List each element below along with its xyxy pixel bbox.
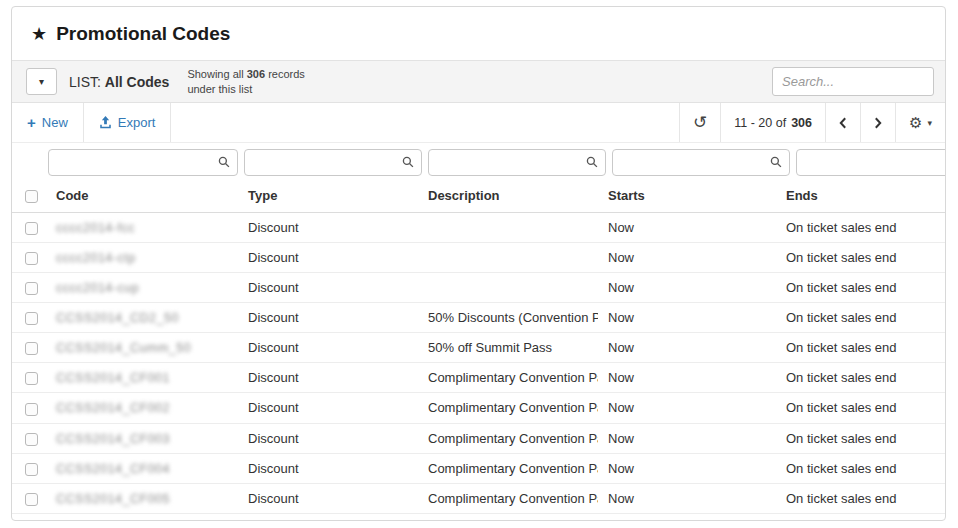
code-cell: cccc2014-fcc: [46, 213, 238, 243]
ends-cell: On ticket sales end: [776, 393, 945, 423]
table-row[interactable]: CCSS2014_Cumm_50 Discount 50% off Summit…: [12, 333, 945, 363]
type-cell: Discount: [238, 393, 418, 423]
description-cell: [418, 273, 598, 303]
description-cell: [418, 213, 598, 243]
prev-page-button[interactable]: [825, 103, 860, 142]
table-row[interactable]: cccc2014-cup Discount Now On ticket sale…: [12, 273, 945, 303]
table-row[interactable]: cccc2014-ctp Discount Now On ticket sale…: [12, 243, 945, 273]
code-cell: cccc2014-ctp: [46, 243, 238, 273]
column-filter-row: [12, 143, 945, 181]
code-cell: CCSS2014_Cumm_50: [46, 333, 238, 363]
new-button[interactable]: + New: [12, 103, 84, 142]
ends-cell: On ticket sales end: [776, 423, 945, 453]
ends-cell: On ticket sales end: [776, 363, 945, 393]
type-cell: Discount: [238, 303, 418, 333]
search-input[interactable]: [772, 67, 934, 96]
row-checkbox[interactable]: [25, 282, 38, 295]
code-cell: CCSS2014_CD2_50: [46, 303, 238, 333]
description-filter-input[interactable]: [428, 149, 606, 176]
type-cell: Discount: [238, 213, 418, 243]
promotional-codes-panel: ★ Promotional Codes ▾ LIST: All Codes Sh…: [11, 6, 946, 521]
table-row[interactable]: CCSS2014_CF002 Discount Complimentary Co…: [12, 393, 945, 423]
starts-filter-input[interactable]: [612, 149, 790, 176]
table-row[interactable]: cccc2014-fcc Discount Now On ticket sale…: [12, 213, 945, 243]
row-checkbox[interactable]: [25, 342, 38, 355]
export-button[interactable]: Export: [84, 103, 172, 142]
search-icon: [586, 156, 598, 168]
redacted-code: CCSS2014_CF002: [56, 401, 170, 415]
page-title: Promotional Codes: [56, 23, 230, 45]
redacted-code: CCSS2014_CF003: [56, 432, 170, 446]
settings-button[interactable]: ⚙ ▾: [895, 103, 945, 142]
row-checkbox[interactable]: [25, 312, 38, 325]
code-cell: CCSS2014_CF005: [46, 483, 238, 513]
select-all-checkbox[interactable]: [25, 190, 38, 203]
chevron-down-icon: ▾: [39, 76, 44, 87]
row-checkbox[interactable]: [25, 252, 38, 265]
table-row[interactable]: CCSS2014_CF003 Discount Complimentary Co…: [12, 423, 945, 453]
table-header-row: Code Type Description Starts Ends: [12, 181, 945, 213]
table-row[interactable]: CCSS2014_CF005 Discount Complimentary Co…: [12, 483, 945, 513]
export-icon: [99, 116, 112, 129]
row-checkbox[interactable]: [25, 403, 38, 416]
code-filter-input[interactable]: [48, 149, 238, 176]
type-cell: Discount: [238, 273, 418, 303]
row-checkbox[interactable]: [25, 493, 38, 506]
ends-cell: On ticket sales end: [776, 453, 945, 483]
description-cell: Complimentary Convention Pass: [418, 453, 598, 483]
starts-cell: Now: [598, 213, 776, 243]
codes-table: Code Type Description Starts Ends cccc20…: [12, 181, 945, 514]
redacted-code: CCSS2014_Cumm_50: [56, 341, 191, 355]
ends-cell: On ticket sales end: [776, 483, 945, 513]
ends-cell: On ticket sales end: [776, 303, 945, 333]
records-summary: Showing all 306 records under this list: [187, 67, 304, 97]
starts-cell: Now: [598, 243, 776, 273]
search-icon: [770, 156, 782, 168]
type-cell: Discount: [238, 363, 418, 393]
star-icon: ★: [31, 23, 47, 45]
chevron-right-icon: [874, 117, 882, 129]
row-checkbox[interactable]: [25, 372, 38, 385]
description-cell: 50% off Summit Pass: [418, 333, 598, 363]
type-filter-input[interactable]: [244, 149, 422, 176]
list-dropdown-button[interactable]: ▾: [26, 68, 57, 95]
description-cell: Complimentary Convention Pass: [418, 423, 598, 453]
code-cell: CCSS2014_CF003: [46, 423, 238, 453]
table-row[interactable]: CCSS2014_CF004 Discount Complimentary Co…: [12, 453, 945, 483]
starts-cell: Now: [598, 303, 776, 333]
description-cell: Complimentary Convention Pass: [418, 483, 598, 513]
list-bar: ▾ LIST: All Codes Showing all 306 record…: [12, 60, 945, 103]
column-header-code[interactable]: Code: [46, 181, 238, 213]
row-checkbox[interactable]: [25, 463, 38, 476]
redacted-code: cccc2014-cup: [56, 281, 139, 295]
type-cell: Discount: [238, 453, 418, 483]
code-cell: cccc2014-cup: [46, 273, 238, 303]
code-cell: CCSS2014_CF002: [46, 393, 238, 423]
records-count: 306: [247, 68, 265, 80]
code-cell: CCSS2014_CF001: [46, 363, 238, 393]
column-header-starts[interactable]: Starts: [598, 181, 776, 213]
description-cell: [418, 243, 598, 273]
page-header: ★ Promotional Codes: [12, 7, 945, 60]
next-page-button[interactable]: [860, 103, 895, 142]
list-name: All Codes: [105, 74, 170, 90]
row-checkbox[interactable]: [25, 433, 38, 446]
gear-icon: ⚙: [909, 115, 922, 130]
refresh-button[interactable]: ↺: [679, 103, 720, 142]
description-cell: 50% Discounts (Convention Pass: [418, 303, 598, 333]
type-cell: Discount: [238, 333, 418, 363]
pagination-label: 11 - 20 of 306: [720, 103, 825, 142]
column-header-type[interactable]: Type: [238, 181, 418, 213]
column-header-description[interactable]: Description: [418, 181, 598, 213]
redacted-code: CCSS2014_CF004: [56, 462, 170, 476]
ends-cell: On ticket sales end: [776, 273, 945, 303]
column-header-ends[interactable]: Ends: [776, 181, 945, 213]
redacted-code: CCSS2014_CD2_50: [56, 311, 179, 325]
table-row[interactable]: CCSS2014_CD2_50 Discount 50% Discounts (…: [12, 303, 945, 333]
ends-filter-input[interactable]: [796, 149, 945, 176]
row-checkbox[interactable]: [25, 222, 38, 235]
list-label-prefix: LIST:: [69, 74, 101, 90]
redacted-code: CCSS2014_CF005: [56, 492, 170, 506]
type-cell: Discount: [238, 423, 418, 453]
table-row[interactable]: CCSS2014_CF001 Discount Complimentary Co…: [12, 363, 945, 393]
